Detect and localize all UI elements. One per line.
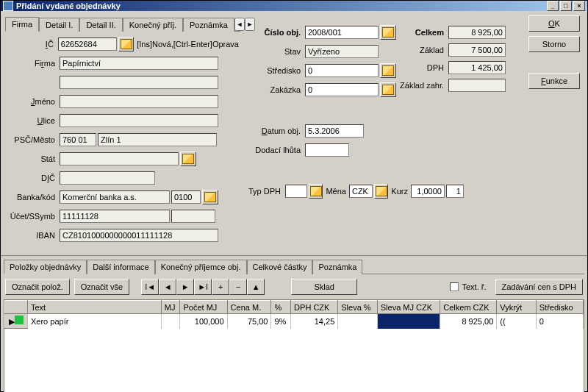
stat-lookup-icon[interactable]: [180, 152, 196, 166]
stat-input[interactable]: [60, 152, 179, 165]
ok-button[interactable]: OK: [528, 15, 580, 32]
banka-lookup-icon[interactable]: [202, 190, 218, 204]
col-vykryt[interactable]: Vykrýt: [497, 301, 536, 314]
col-slevamj[interactable]: Sleva MJ CZK: [377, 301, 440, 314]
firma-form: IČ [Ins]Nová,[Ctrl-Enter]Oprava Firma Jm…: [5, 32, 240, 251]
col-indicator[interactable]: [5, 301, 28, 314]
stredisko-input[interactable]: [305, 64, 379, 77]
col-mj[interactable]: MJ: [161, 301, 180, 314]
cell-sleva[interactable]: [338, 314, 377, 329]
zadavani-button[interactable]: Zadávání cen s DPH: [495, 279, 584, 295]
storno-button[interactable]: Storno: [528, 36, 580, 52]
ulice-input[interactable]: [60, 114, 218, 127]
col-sleva[interactable]: Sleva %: [338, 301, 377, 314]
cell-text[interactable]: Xero papír: [28, 314, 162, 329]
datum-input[interactable]: [305, 124, 364, 138]
oznacit-vse-button[interactable]: Označit vše: [74, 279, 129, 295]
firma2-input[interactable]: [60, 76, 218, 89]
pscmesto-label: PSČ/Město: [7, 135, 60, 144]
cell-vykryt[interactable]: ((: [497, 314, 536, 329]
cell-cena[interactable]: 75,00: [227, 314, 271, 329]
ucet-input[interactable]: [60, 210, 170, 223]
tab-poznamka[interactable]: Poznámka: [183, 18, 234, 32]
zakazka-input[interactable]: [305, 83, 379, 96]
row-indicator[interactable]: ▶: [5, 314, 28, 329]
mena-input[interactable]: [349, 185, 373, 198]
dic-input[interactable]: [60, 171, 155, 185]
titlebar: Přidání vydané objednávky _ □ ×: [1, 1, 587, 11]
col-celkem[interactable]: Celkem CZK: [440, 301, 497, 314]
textr-label: Text. ř.: [462, 282, 486, 291]
ltab-poznamka[interactable]: Poznámka: [312, 260, 362, 274]
lhuta-input[interactable]: [305, 143, 349, 157]
celkem-label: Celkem: [397, 28, 448, 37]
kurz-label: Kurz: [388, 187, 411, 196]
banka-kod-input[interactable]: [171, 190, 201, 204]
app-window: Přidání vydané objednávky _ □ × Firma De…: [0, 0, 588, 392]
cell-dph[interactable]: 14,25: [291, 314, 338, 329]
maximize-button[interactable]: □: [560, 1, 572, 11]
jmeno-input[interactable]: [60, 95, 218, 108]
stredisko-lookup-icon[interactable]: [380, 63, 396, 78]
col-pct[interactable]: %: [271, 301, 291, 314]
nav-del[interactable]: −: [229, 279, 247, 295]
ic-lookup-icon[interactable]: [118, 37, 134, 51]
typdph-lookup-icon[interactable]: [309, 184, 323, 199]
ssymb-input[interactable]: [171, 210, 215, 223]
zakazka-lookup-icon[interactable]: [380, 82, 396, 97]
col-cena[interactable]: Cena M.: [227, 301, 271, 314]
ic-input[interactable]: [58, 38, 117, 51]
nav-last[interactable]: ►I: [194, 279, 212, 295]
kurz-input[interactable]: [411, 185, 445, 198]
iban-label: IBAN: [7, 231, 60, 240]
tab-scroll-left[interactable]: ◄: [234, 18, 245, 31]
ltab-polozky[interactable]: Položky objednávky: [4, 260, 87, 274]
tab-detail2[interactable]: Detail II.: [79, 18, 122, 32]
nav-next[interactable]: ►: [176, 279, 194, 295]
cell-pct[interactable]: 9%: [271, 314, 291, 329]
cell-mj[interactable]: [161, 314, 180, 329]
mena-lookup-icon[interactable]: [374, 184, 388, 199]
minimize-button[interactable]: _: [547, 1, 559, 11]
nav-group: I◄ ◄ ► ►I + − ▲: [141, 279, 265, 295]
funkce-button[interactable]: Funkce: [528, 73, 580, 89]
col-text[interactable]: Text: [28, 301, 162, 314]
nav-add[interactable]: +: [212, 279, 229, 295]
tab-detail1[interactable]: Detail I.: [39, 18, 79, 32]
tab-konecny[interactable]: Konečný příj.: [123, 18, 183, 32]
cell-stredisko[interactable]: 0: [536, 314, 583, 329]
ltab-konecny[interactable]: Konečný příjemce obj.: [155, 260, 247, 274]
col-stredisko[interactable]: Středisko: [536, 301, 583, 314]
iban-input[interactable]: [60, 229, 218, 242]
mena-label: Měna: [323, 187, 349, 196]
firma-input[interactable]: [60, 57, 218, 70]
table-row[interactable]: ▶ Xero papír 100,000 75,00 9% 14,25 8 92…: [5, 314, 584, 329]
cell-slevamj[interactable]: [377, 314, 440, 329]
textr-checkbox[interactable]: [450, 282, 459, 291]
sklad-button[interactable]: Sklad: [291, 279, 357, 295]
cislo-input[interactable]: [305, 26, 379, 39]
nav-prev[interactable]: ◄: [159, 279, 176, 295]
close-button[interactable]: ×: [573, 1, 585, 11]
col-dph[interactable]: DPH CZK: [291, 301, 338, 314]
kurz2-input[interactable]: [446, 185, 464, 198]
cell-celkem[interactable]: 8 925,00: [440, 314, 497, 329]
tab-firma[interactable]: Firma: [5, 17, 39, 32]
oznacit-poloz-button[interactable]: Označit polož.: [5, 279, 70, 295]
cell-pocet[interactable]: 100,000: [180, 314, 227, 329]
firma-label: Firma: [7, 59, 60, 68]
zaklad-value: 7 500,00: [448, 43, 506, 57]
ltab-dalsi[interactable]: Další informace: [87, 260, 154, 274]
stav-input[interactable]: [305, 45, 379, 58]
col-pocet[interactable]: Počet MJ: [180, 301, 227, 314]
nav-edit[interactable]: ▲: [247, 279, 265, 295]
stredisko-label: Středisko: [246, 66, 305, 75]
nav-first[interactable]: I◄: [141, 279, 159, 295]
ltab-celkove[interactable]: Celkové částky: [247, 260, 313, 274]
banka-input[interactable]: [60, 190, 170, 204]
zakazka-label: Zakázka: [246, 85, 305, 94]
psc-input[interactable]: [60, 133, 96, 146]
typdph-input[interactable]: [285, 185, 307, 198]
cislo-lookup-icon[interactable]: [380, 25, 396, 40]
mesto-input[interactable]: [98, 133, 217, 146]
